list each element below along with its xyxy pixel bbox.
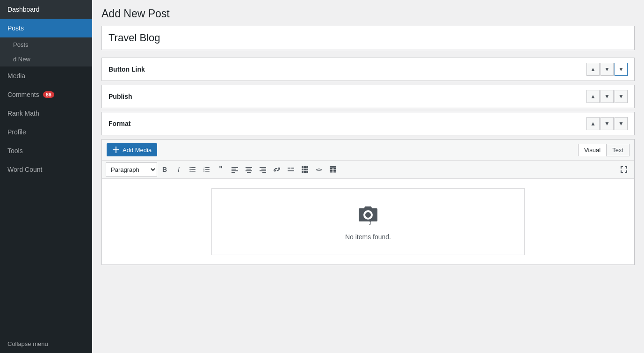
svg-rect-40 bbox=[333, 170, 336, 171]
sidebar-item-comments[interactable]: Comments 86 bbox=[0, 85, 92, 104]
svg-rect-24 bbox=[288, 168, 290, 169]
svg-point-4 bbox=[189, 169, 190, 170]
meta-box-button-link-header[interactable]: Button Link ▲ ▼ ▼ bbox=[102, 58, 634, 81]
sidebar-item-add-new[interactable]: d New bbox=[0, 52, 92, 66]
editor-content[interactable]: J No items found. bbox=[102, 179, 634, 265]
svg-point-5 bbox=[189, 171, 190, 172]
sidebar-item-word-count[interactable]: Word Count bbox=[0, 160, 92, 179]
sidebar-item-dashboard[interactable]: Dashboard bbox=[0, 0, 92, 19]
svg-point-43 bbox=[374, 208, 376, 210]
svg-rect-35 bbox=[306, 171, 308, 173]
svg-rect-22 bbox=[260, 170, 266, 171]
editor-toolbar-top: Add Media Visual Text bbox=[102, 140, 634, 161]
collapse-menu-label: Collapse menu bbox=[7, 340, 48, 347]
svg-rect-33 bbox=[302, 171, 304, 173]
ordered-list-button[interactable]: 1 2 3 bbox=[200, 163, 213, 176]
svg-text:J: J bbox=[369, 221, 371, 225]
svg-rect-36 bbox=[330, 166, 336, 168]
ctrl-btn-up-format[interactable]: ▲ bbox=[586, 117, 600, 130]
format-select[interactable]: Paragraph Heading 1 Heading 2 Heading 3 … bbox=[106, 162, 157, 176]
svg-rect-41 bbox=[330, 171, 333, 173]
svg-rect-27 bbox=[302, 166, 304, 168]
table-grid-icon bbox=[302, 166, 308, 173]
svg-rect-34 bbox=[304, 171, 306, 173]
unordered-list-button[interactable] bbox=[186, 163, 199, 176]
svg-rect-26 bbox=[291, 168, 294, 169]
tab-visual[interactable]: Visual bbox=[578, 144, 606, 156]
align-left-button[interactable] bbox=[228, 163, 241, 176]
add-media-button[interactable]: Add Media bbox=[107, 143, 157, 156]
sidebar-item-media[interactable]: Media bbox=[0, 66, 92, 85]
no-items-text: No items found. bbox=[345, 233, 391, 241]
rank-math-label: Rank Math bbox=[7, 110, 39, 117]
insert-table-grid-button[interactable] bbox=[298, 163, 311, 176]
sidebar: Dashboard Posts Posts d New Media Commen… bbox=[0, 0, 92, 353]
align-right-button[interactable] bbox=[256, 163, 269, 176]
fullscreen-button[interactable] bbox=[617, 163, 630, 176]
insert-table-button[interactable] bbox=[326, 163, 340, 176]
no-items-icon: J bbox=[357, 203, 379, 229]
meta-box-button-link-controls: ▲ ▼ ▼ bbox=[586, 63, 628, 76]
ctrl-btn-toggle-publish[interactable]: ▼ bbox=[615, 90, 628, 103]
ctrl-btn-toggle-button-link[interactable]: ▼ bbox=[615, 63, 628, 76]
ordered-list-icon: 1 2 3 bbox=[203, 166, 210, 173]
horizontal-rule-button[interactable] bbox=[284, 163, 297, 176]
svg-rect-38 bbox=[333, 168, 336, 169]
svg-rect-20 bbox=[260, 167, 266, 168]
ctrl-btn-down-button-link[interactable]: ▼ bbox=[601, 63, 614, 76]
blockquote-button[interactable]: " bbox=[214, 163, 227, 176]
svg-rect-42 bbox=[333, 171, 336, 173]
tab-text[interactable]: Text bbox=[606, 144, 630, 156]
word-count-label: Word Count bbox=[7, 166, 42, 173]
post-title-input[interactable] bbox=[101, 26, 635, 50]
meta-box-format-title: Format bbox=[109, 120, 586, 127]
svg-rect-29 bbox=[306, 166, 308, 168]
svg-rect-6 bbox=[205, 167, 210, 168]
meta-box-format-header[interactable]: Format ▲ ▼ ▼ bbox=[102, 112, 634, 135]
ctrl-btn-toggle-format[interactable]: ▼ bbox=[615, 117, 628, 130]
svg-rect-1 bbox=[191, 169, 195, 170]
meta-box-publish-header[interactable]: Publish ▲ ▼ ▼ bbox=[102, 85, 634, 108]
svg-rect-37 bbox=[330, 168, 333, 169]
editor-format-bar: Paragraph Heading 1 Heading 2 Heading 3 … bbox=[102, 161, 634, 179]
sidebar-item-profile[interactable]: Profile bbox=[0, 123, 92, 141]
ctrl-btn-up-button-link[interactable]: ▲ bbox=[586, 63, 600, 76]
svg-rect-2 bbox=[191, 171, 195, 172]
align-right-icon bbox=[260, 166, 266, 173]
fullscreen-icon bbox=[621, 166, 627, 173]
bold-button[interactable]: B bbox=[158, 163, 171, 176]
dashboard-label: Dashboard bbox=[7, 6, 40, 13]
sidebar-item-tools[interactable]: Tools bbox=[0, 141, 92, 160]
meta-box-button-link-title: Button Link bbox=[109, 66, 586, 73]
sidebar-item-posts-sub[interactable]: Posts bbox=[0, 37, 92, 52]
svg-rect-25 bbox=[288, 170, 294, 171]
ctrl-btn-down-format[interactable]: ▼ bbox=[601, 117, 614, 130]
comments-label: Comments bbox=[7, 91, 39, 98]
svg-rect-19 bbox=[247, 172, 251, 173]
meta-box-format: Format ▲ ▼ ▼ bbox=[101, 112, 635, 135]
sidebar-item-rank-math[interactable]: Rank Math bbox=[0, 104, 92, 123]
svg-rect-23 bbox=[262, 172, 266, 173]
svg-rect-14 bbox=[232, 170, 238, 171]
code-button[interactable]: <> bbox=[312, 163, 326, 176]
media-label: Media bbox=[7, 72, 25, 80]
meta-box-button-link: Button Link ▲ ▼ ▼ bbox=[101, 58, 635, 81]
align-center-button[interactable] bbox=[242, 163, 255, 176]
editor-area: Add Media Visual Text Paragraph Heading … bbox=[101, 139, 635, 265]
add-media-label: Add Media bbox=[123, 147, 152, 154]
ctrl-btn-down-publish[interactable]: ▼ bbox=[601, 90, 614, 103]
ctrl-btn-up-publish[interactable]: ▲ bbox=[586, 90, 600, 103]
no-items-container: J No items found. bbox=[211, 188, 525, 255]
meta-box-publish: Publish ▲ ▼ ▼ bbox=[101, 85, 635, 108]
italic-button[interactable]: I bbox=[172, 163, 185, 176]
posts-label: Posts bbox=[7, 24, 24, 32]
meta-box-publish-title: Publish bbox=[109, 93, 586, 100]
collapse-menu-button[interactable]: Collapse menu bbox=[0, 335, 92, 353]
link-icon bbox=[274, 166, 280, 173]
align-left-icon bbox=[232, 166, 238, 173]
sidebar-item-posts[interactable]: Posts bbox=[0, 19, 92, 37]
align-center-icon bbox=[246, 166, 252, 173]
svg-rect-7 bbox=[205, 169, 210, 170]
profile-label: Profile bbox=[7, 128, 26, 136]
insert-link-button[interactable] bbox=[270, 163, 283, 176]
